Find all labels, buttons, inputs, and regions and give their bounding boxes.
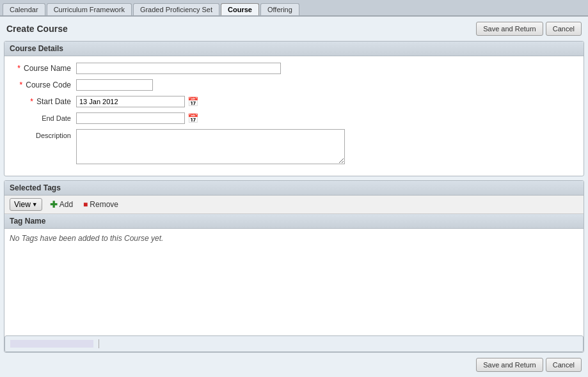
course-code-row: * Course Code: [12, 79, 576, 91]
view-button[interactable]: View ▼: [10, 198, 42, 211]
start-date-row: * Start Date 📅: [12, 96, 576, 107]
course-details-panel: Course Details * Course Name * Course Co…: [4, 41, 584, 176]
course-details-body: * Course Name * Course Code * Start Date: [4, 56, 584, 176]
footer-bar: [10, 339, 578, 349]
tab-offering[interactable]: Offering: [260, 3, 299, 15]
end-date-row: End Date 📅: [12, 112, 576, 124]
start-date-input[interactable]: [76, 96, 185, 107]
footer-left-segment: [10, 340, 93, 348]
required-star-name: *: [17, 64, 20, 73]
header-buttons: Save and Return Cancel: [476, 22, 582, 36]
tab-bar: Calendar Curriculum Framework Graded Pro…: [0, 0, 588, 17]
selected-tags-panel: Selected Tags View ▼ ✚ Add ■ Remove Tag …: [4, 180, 584, 353]
main-content: Create Course Save and Return Cancel Cou…: [0, 17, 588, 377]
course-name-input[interactable]: [76, 63, 281, 74]
required-star-code: *: [20, 81, 23, 89]
end-date-calendar-icon[interactable]: 📅: [187, 113, 198, 123]
tab-graded-proficiency-set[interactable]: Graded Proficiency Set: [133, 3, 219, 15]
chevron-down-icon: ▼: [32, 201, 38, 208]
cancel-button-bottom[interactable]: Cancel: [546, 358, 582, 372]
remove-button[interactable]: ■ Remove: [81, 199, 121, 210]
course-name-label: * Course Name: [12, 64, 76, 73]
save-return-button-top[interactable]: Save and Return: [476, 22, 543, 36]
add-button[interactable]: ✚ Add: [47, 198, 75, 211]
footer-divider: [99, 339, 99, 348]
required-star-date: *: [30, 97, 33, 106]
description-textarea[interactable]: [76, 129, 345, 164]
tags-table-header: Tag Name: [4, 214, 584, 229]
tags-footer: [4, 335, 584, 352]
end-date-label: End Date: [12, 114, 76, 122]
start-date-calendar-icon[interactable]: 📅: [187, 96, 198, 107]
description-row: Description: [12, 129, 576, 164]
cancel-button-top[interactable]: Cancel: [546, 22, 582, 36]
course-name-row: * Course Name: [12, 63, 576, 74]
tab-calendar[interactable]: Calendar: [3, 3, 45, 15]
tab-course[interactable]: Course: [221, 3, 259, 15]
header-row: Create Course Save and Return Cancel: [4, 20, 584, 37]
course-details-header: Course Details: [4, 42, 584, 56]
course-code-input[interactable]: [76, 79, 153, 91]
selected-tags-header: Selected Tags: [4, 181, 584, 196]
course-code-label: * Course Code: [12, 81, 76, 89]
bottom-row: Save and Return Cancel: [4, 357, 584, 373]
tab-curriculum-framework[interactable]: Curriculum Framework: [47, 3, 132, 15]
end-date-input[interactable]: [76, 112, 185, 124]
add-plus-icon: ✚: [50, 199, 58, 210]
start-date-label: * Start Date: [12, 97, 76, 106]
description-label: Description: [12, 129, 76, 139]
remove-icon: ■: [83, 200, 88, 209]
save-return-button-bottom[interactable]: Save and Return: [476, 358, 543, 372]
tags-table-body: No Tags have been added to this Course y…: [4, 229, 584, 335]
tags-toolbar: View ▼ ✚ Add ■ Remove: [4, 196, 584, 214]
page-title: Create Course: [6, 24, 68, 34]
